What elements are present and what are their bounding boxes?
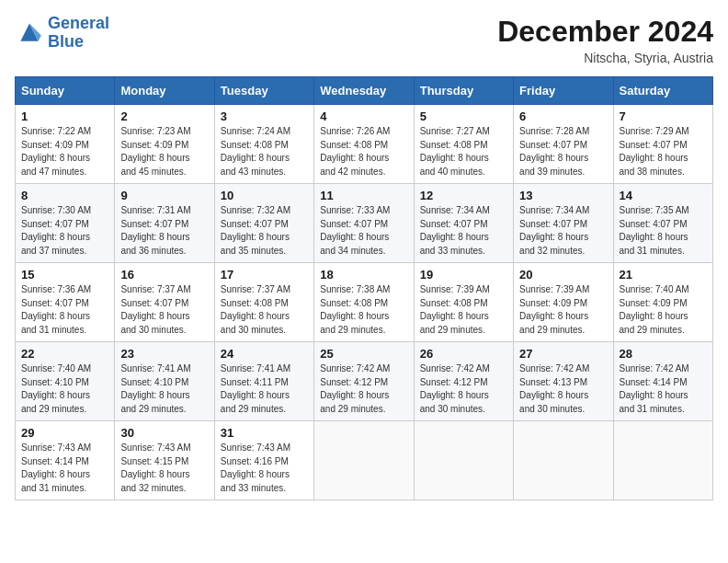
day-cell: 23Sunrise: 7:41 AMSunset: 4:10 PMDayligh…	[115, 342, 214, 421]
day-number: 29	[21, 426, 108, 440]
day-info: Sunrise: 7:30 AMSunset: 4:07 PMDaylight:…	[21, 204, 108, 258]
day-number: 25	[320, 347, 407, 361]
day-number: 17	[221, 268, 308, 282]
calendar-body: 1Sunrise: 7:22 AMSunset: 4:09 PMDaylight…	[16, 105, 713, 500]
day-info: Sunrise: 7:29 AMSunset: 4:07 PMDaylight:…	[620, 125, 707, 178]
day-number: 18	[320, 268, 407, 282]
day-number: 3	[221, 109, 308, 123]
day-number: 10	[221, 189, 308, 202]
day-info: Sunrise: 7:40 AMSunset: 4:09 PMDaylight:…	[620, 283, 707, 337]
day-cell: 17Sunrise: 7:37 AMSunset: 4:08 PMDayligh…	[214, 263, 313, 342]
day-number: 5	[420, 109, 507, 123]
day-info: Sunrise: 7:35 AMSunset: 4:07 PMDaylight:…	[620, 204, 707, 258]
logo-icon	[15, 20, 44, 46]
day-info: Sunrise: 7:41 AMSunset: 4:11 PMDaylight:…	[221, 362, 308, 416]
day-cell: 10Sunrise: 7:32 AMSunset: 4:07 PMDayligh…	[214, 184, 313, 263]
day-info: Sunrise: 7:42 AMSunset: 4:12 PMDaylight:…	[320, 362, 407, 416]
day-info: Sunrise: 7:24 AMSunset: 4:08 PMDaylight:…	[221, 125, 308, 178]
day-number: 23	[120, 347, 208, 361]
header-cell-sunday: Sunday	[16, 77, 115, 105]
header-cell-wednesday: Wednesday	[314, 77, 414, 105]
day-cell: 5Sunrise: 7:27 AMSunset: 4:08 PMDaylight…	[414, 105, 513, 184]
week-row-3: 15Sunrise: 7:36 AMSunset: 4:07 PMDayligh…	[16, 263, 713, 342]
day-info: Sunrise: 7:42 AMSunset: 4:12 PMDaylight:…	[420, 362, 507, 416]
day-number: 26	[420, 347, 507, 361]
day-info: Sunrise: 7:43 AMSunset: 4:16 PMDaylight:…	[221, 442, 308, 495]
header-cell-saturday: Saturday	[613, 77, 712, 105]
day-number: 15	[21, 268, 108, 282]
day-number: 28	[620, 347, 707, 361]
week-row-4: 22Sunrise: 7:40 AMSunset: 4:10 PMDayligh…	[16, 342, 713, 421]
day-cell: 2Sunrise: 7:23 AMSunset: 4:09 PMDaylight…	[115, 105, 214, 184]
day-cell: 15Sunrise: 7:36 AMSunset: 4:07 PMDayligh…	[16, 263, 115, 342]
header-row: SundayMondayTuesdayWednesdayThursdayFrid…	[16, 77, 713, 105]
calendar-header: SundayMondayTuesdayWednesdayThursdayFrid…	[16, 77, 713, 105]
day-number: 13	[519, 189, 607, 202]
day-cell	[314, 421, 414, 500]
day-number: 7	[620, 109, 707, 123]
header-cell-thursday: Thursday	[414, 77, 513, 105]
day-cell: 28Sunrise: 7:42 AMSunset: 4:14 PMDayligh…	[613, 342, 712, 421]
day-info: Sunrise: 7:36 AMSunset: 4:07 PMDaylight:…	[21, 283, 108, 337]
week-row-1: 1Sunrise: 7:22 AMSunset: 4:09 PMDaylight…	[16, 105, 713, 184]
day-info: Sunrise: 7:32 AMSunset: 4:07 PMDaylight:…	[221, 204, 308, 258]
day-cell: 31Sunrise: 7:43 AMSunset: 4:16 PMDayligh…	[214, 421, 313, 500]
logo-line2: Blue	[48, 32, 84, 51]
day-info: Sunrise: 7:37 AMSunset: 4:08 PMDaylight:…	[221, 283, 308, 337]
day-info: Sunrise: 7:37 AMSunset: 4:07 PMDaylight:…	[120, 283, 208, 337]
day-cell	[414, 421, 513, 500]
day-info: Sunrise: 7:42 AMSunset: 4:14 PMDaylight:…	[620, 362, 707, 416]
day-cell: 1Sunrise: 7:22 AMSunset: 4:09 PMDaylight…	[16, 105, 115, 184]
day-cell: 13Sunrise: 7:34 AMSunset: 4:07 PMDayligh…	[514, 184, 613, 263]
day-cell: 16Sunrise: 7:37 AMSunset: 4:07 PMDayligh…	[115, 263, 214, 342]
logo-line1: General	[48, 14, 109, 32]
day-info: Sunrise: 7:22 AMSunset: 4:09 PMDaylight:…	[21, 125, 108, 178]
day-cell: 26Sunrise: 7:42 AMSunset: 4:12 PMDayligh…	[414, 342, 513, 421]
title-block: December 2024 Nitscha, Styria, Austria	[497, 15, 713, 65]
day-info: Sunrise: 7:42 AMSunset: 4:13 PMDaylight:…	[519, 362, 607, 416]
day-cell: 25Sunrise: 7:42 AMSunset: 4:12 PMDayligh…	[314, 342, 414, 421]
day-number: 21	[620, 268, 707, 282]
day-number: 20	[519, 268, 607, 282]
day-cell: 9Sunrise: 7:31 AMSunset: 4:07 PMDaylight…	[115, 184, 214, 263]
day-cell: 12Sunrise: 7:34 AMSunset: 4:07 PMDayligh…	[414, 184, 513, 263]
day-info: Sunrise: 7:39 AMSunset: 4:09 PMDaylight:…	[519, 283, 607, 337]
header-cell-friday: Friday	[514, 77, 613, 105]
day-cell: 20Sunrise: 7:39 AMSunset: 4:09 PMDayligh…	[514, 263, 613, 342]
day-cell: 29Sunrise: 7:43 AMSunset: 4:14 PMDayligh…	[16, 421, 115, 500]
calendar-table: SundayMondayTuesdayWednesdayThursdayFrid…	[15, 76, 713, 500]
day-number: 22	[21, 347, 108, 361]
day-number: 16	[120, 268, 208, 282]
day-cell: 18Sunrise: 7:38 AMSunset: 4:08 PMDayligh…	[314, 263, 414, 342]
day-number: 27	[519, 347, 607, 361]
day-info: Sunrise: 7:33 AMSunset: 4:07 PMDaylight:…	[320, 204, 407, 258]
header-cell-tuesday: Tuesday	[214, 77, 313, 105]
day-number: 2	[120, 109, 208, 123]
day-info: Sunrise: 7:38 AMSunset: 4:08 PMDaylight:…	[320, 283, 407, 337]
day-info: Sunrise: 7:26 AMSunset: 4:08 PMDaylight:…	[320, 125, 407, 178]
day-info: Sunrise: 7:39 AMSunset: 4:08 PMDaylight:…	[420, 283, 507, 337]
day-cell: 3Sunrise: 7:24 AMSunset: 4:08 PMDaylight…	[214, 105, 313, 184]
week-row-5: 29Sunrise: 7:43 AMSunset: 4:14 PMDayligh…	[16, 421, 713, 500]
day-cell: 30Sunrise: 7:43 AMSunset: 4:15 PMDayligh…	[115, 421, 214, 500]
day-number: 30	[120, 426, 208, 440]
day-info: Sunrise: 7:41 AMSunset: 4:10 PMDaylight:…	[120, 362, 208, 416]
day-number: 14	[620, 189, 707, 202]
day-number: 11	[320, 189, 407, 202]
day-info: Sunrise: 7:27 AMSunset: 4:08 PMDaylight:…	[420, 125, 507, 178]
day-number: 8	[21, 189, 108, 202]
day-cell: 7Sunrise: 7:29 AMSunset: 4:07 PMDaylight…	[613, 105, 712, 184]
page-header: General Blue December 2024 Nitscha, Styr…	[15, 15, 713, 65]
day-info: Sunrise: 7:31 AMSunset: 4:07 PMDaylight:…	[120, 204, 208, 258]
day-number: 24	[221, 347, 308, 361]
day-cell: 27Sunrise: 7:42 AMSunset: 4:13 PMDayligh…	[514, 342, 613, 421]
day-info: Sunrise: 7:43 AMSunset: 4:14 PMDaylight:…	[21, 442, 108, 495]
day-cell: 6Sunrise: 7:28 AMSunset: 4:07 PMDaylight…	[514, 105, 613, 184]
day-info: Sunrise: 7:28 AMSunset: 4:07 PMDaylight:…	[519, 125, 607, 178]
day-number: 31	[221, 426, 308, 440]
day-info: Sunrise: 7:23 AMSunset: 4:09 PMDaylight:…	[120, 125, 208, 178]
day-info: Sunrise: 7:43 AMSunset: 4:15 PMDaylight:…	[120, 442, 208, 495]
day-cell: 22Sunrise: 7:40 AMSunset: 4:10 PMDayligh…	[16, 342, 115, 421]
header-cell-monday: Monday	[115, 77, 214, 105]
day-cell: 4Sunrise: 7:26 AMSunset: 4:08 PMDaylight…	[314, 105, 414, 184]
